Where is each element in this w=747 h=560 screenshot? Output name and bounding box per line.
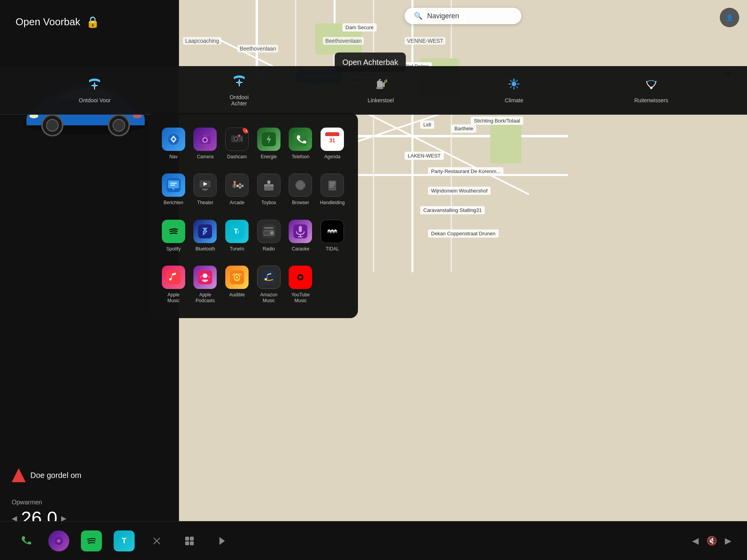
app-tidal-label: TIDAL	[326, 246, 339, 252]
svg-point-28	[238, 81, 241, 84]
app-handleiding[interactable]: Handleiding	[318, 170, 346, 208]
volume-mute-button[interactable]: 🔇	[707, 536, 717, 546]
nav-bar[interactable]: 🔍 Navigeren	[405, 8, 521, 24]
app-dashcam[interactable]: 1 Dashcam	[223, 124, 251, 163]
voorbak-label: Open Voorbak	[16, 16, 80, 29]
spotify-icon	[162, 220, 185, 243]
control-climate-label: Climate	[505, 97, 523, 103]
app-arcade[interactable]: Arcade	[223, 170, 251, 208]
app-telefoon[interactable]: Telefoon	[287, 124, 315, 163]
dashcam-badge: 1	[243, 128, 249, 133]
warning-triangle-icon	[12, 468, 26, 482]
voorbak-section: Open Voorbak 🔒	[16, 16, 80, 29]
svg-marker-123	[219, 537, 225, 545]
nav-icon	[162, 128, 185, 151]
place-stichting: Stichting Bork/Totaal	[471, 117, 523, 125]
svg-rect-121	[185, 541, 189, 545]
svg-point-63	[239, 186, 241, 189]
control-linkerstoel-label: Linkerstoel	[368, 97, 394, 103]
place-barthele: Barthele	[451, 124, 476, 133]
svg-point-61	[239, 183, 241, 186]
svg-rect-81	[329, 182, 335, 183]
app-radio[interactable]: Radio	[255, 217, 283, 255]
svg-rect-57	[203, 190, 207, 191]
svg-rect-82	[329, 184, 335, 184]
telefoon-icon	[289, 128, 312, 151]
svg-rect-120	[190, 537, 194, 541]
svg-point-111	[236, 276, 238, 278]
app-tidal[interactable]: TIDAL	[318, 217, 346, 255]
control-linkerstoel[interactable]: Linkerstoel	[368, 77, 394, 103]
theater-icon	[193, 173, 217, 197]
app-camera[interactable]: Camera	[191, 124, 219, 163]
volume-prev-button[interactable]: ◀	[692, 536, 699, 546]
audible-icon	[225, 266, 249, 289]
taskbar-close-button[interactable]	[146, 530, 167, 551]
app-audible-label: Audible	[229, 292, 245, 298]
app-tunein[interactable]: T i TuneIn	[223, 217, 251, 255]
app-amazonmusic[interactable]: Amazon Music	[255, 262, 283, 306]
app-browser[interactable]: Browser	[287, 170, 315, 208]
control-ruitenwissers[interactable]: Ruitenwissers	[634, 77, 668, 103]
app-toybox[interactable]: Toybox	[255, 170, 283, 208]
app-nav-label: Nav	[169, 154, 177, 159]
taskbar-phone-button[interactable]	[16, 530, 37, 551]
search-icon: 🔍	[414, 12, 423, 20]
app-handleiding-label: Handleiding	[320, 200, 344, 205]
svg-rect-84	[329, 187, 333, 187]
nav-text[interactable]: Navigeren	[427, 12, 459, 20]
app-camera-label: Camera	[197, 154, 214, 159]
volume-next-button[interactable]: ▶	[725, 536, 731, 546]
app-applepodcasts[interactable]: Apple Podcasts	[191, 262, 219, 306]
profile-icon[interactable]: 👤	[720, 8, 739, 27]
app-energie-label: Energie	[261, 154, 277, 159]
app-bluetooth[interactable]: Bluetooth	[191, 217, 219, 255]
app-berichten[interactable]: Berichten	[160, 170, 188, 208]
svg-rect-30	[376, 87, 383, 89]
control-ontdooi-achter[interactable]: Ontdooi Achter	[222, 74, 257, 107]
svg-rect-56	[202, 189, 208, 190]
taskbar-play-button[interactable]	[212, 530, 233, 551]
app-caraoke-label: Caraoke	[292, 246, 309, 252]
app-berichten-label: Berichten	[163, 200, 183, 205]
street-label-laapcoaching: Laapcoaching	[183, 37, 221, 45]
taskbar-siri-button[interactable]	[48, 530, 69, 551]
app-energie[interactable]: Energie	[255, 124, 283, 163]
svg-text:31: 31	[329, 137, 335, 144]
taskbar-tunein-button[interactable]: T	[114, 530, 135, 551]
street-label-venne: VENNE-WEST	[405, 37, 445, 45]
svg-rect-95	[264, 231, 270, 234]
app-browser-label: Browser	[292, 200, 309, 205]
svg-point-33	[650, 87, 652, 89]
energie-icon	[257, 128, 281, 151]
svg-rect-31	[382, 82, 385, 87]
control-climate[interactable]: Climate	[505, 77, 523, 103]
app-theater[interactable]: Theater	[191, 170, 219, 208]
app-nav[interactable]: Nav	[160, 124, 188, 163]
svg-rect-83	[329, 185, 334, 186]
place-dekan: Dekan Coppenstraat Drunen	[428, 229, 499, 238]
svg-rect-48	[325, 135, 339, 136]
app-agenda[interactable]: 31 Agenda	[318, 124, 346, 163]
app-applemusic[interactable]: Apple Music	[160, 262, 188, 306]
app-amazonmusic-label: Amazon Music	[256, 292, 281, 303]
app-caraoke[interactable]: Caraoke	[287, 217, 315, 255]
app-radio-label: Radio	[263, 246, 275, 252]
svg-point-43	[238, 135, 240, 137]
handleiding-icon	[321, 173, 344, 197]
taskbar-grid-button[interactable]	[179, 530, 200, 551]
browser-icon	[289, 173, 312, 197]
app-arcade-label: Arcade	[230, 200, 244, 205]
app-audible[interactable]: Audible	[223, 262, 251, 306]
app-tunein-label: TuneIn	[230, 246, 244, 252]
svg-point-2	[46, 119, 58, 131]
control-ontdooi-voor[interactable]: Ontdooi Voor	[79, 77, 111, 103]
taskbar-spotify-button[interactable]	[81, 530, 102, 551]
taskbar-right-controls: ◀ 🔇 ▶	[692, 536, 731, 546]
app-youtubemusic[interactable]: YouTube Music	[287, 262, 315, 306]
svg-point-104	[169, 278, 172, 280]
place-caravanstalling: Caravanstalling Stalling31	[420, 206, 485, 214]
seatbelt-warning: Doe gordel om	[12, 468, 81, 482]
app-spotify[interactable]: Spotify	[160, 217, 188, 255]
svg-rect-112	[262, 270, 276, 284]
